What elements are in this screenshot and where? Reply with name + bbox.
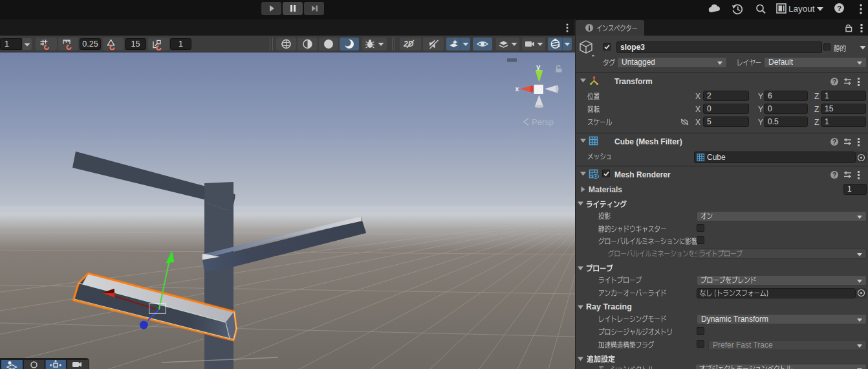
svg-text:?: ? bbox=[832, 139, 836, 146]
svg-text:?: ? bbox=[837, 5, 841, 12]
svg-text:x: x bbox=[515, 85, 519, 93]
svg-text:?: ? bbox=[832, 172, 836, 179]
svg-text:?: ? bbox=[832, 78, 836, 85]
svg-text:Persp: Persp bbox=[532, 117, 554, 127]
svg-text:y: y bbox=[536, 63, 541, 71]
